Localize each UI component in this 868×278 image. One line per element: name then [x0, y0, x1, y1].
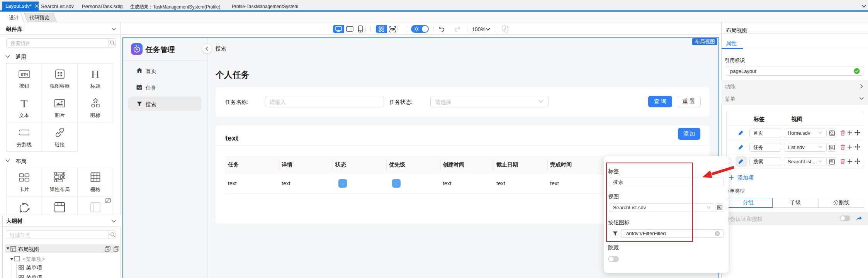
svg-text:BTN: BTN: [20, 73, 28, 76]
